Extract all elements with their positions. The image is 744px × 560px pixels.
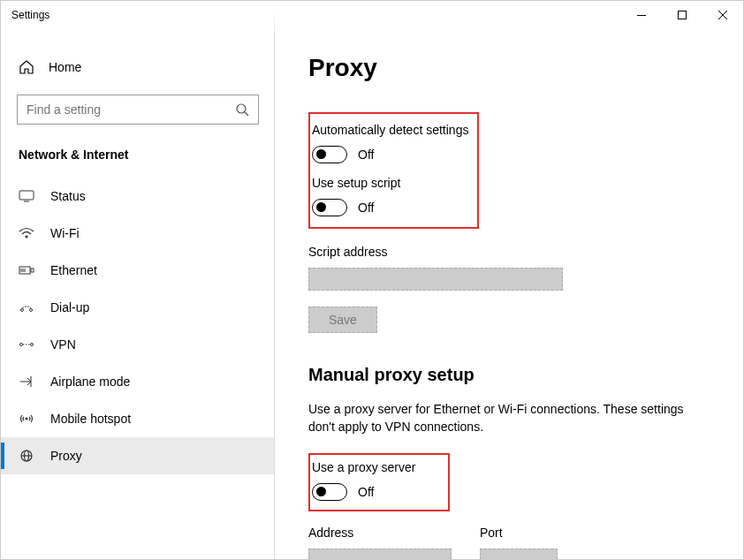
nav-item-ethernet[interactable]: Ethernet	[1, 252, 275, 289]
auto-detect-toggle-row: Off	[312, 146, 468, 163]
auto-detect-toggle[interactable]	[312, 146, 347, 163]
svg-rect-3	[19, 191, 34, 200]
svg-rect-6	[31, 269, 34, 272]
nav-home[interactable]: Home	[1, 50, 275, 84]
port-input	[480, 549, 558, 559]
svg-point-8	[30, 309, 33, 312]
nav-home-label: Home	[49, 60, 81, 74]
search-icon	[235, 102, 249, 117]
wifi-icon	[19, 226, 34, 240]
svg-point-2	[237, 104, 246, 113]
address-port-row: Address Port	[308, 520, 708, 559]
nav-item-proxy[interactable]: Proxy	[1, 437, 275, 474]
nav-label: Wi-Fi	[50, 226, 80, 240]
airplane-icon	[19, 375, 34, 389]
dialup-icon	[19, 300, 34, 314]
titlebar: Settings	[1, 1, 743, 29]
vpn-icon	[19, 337, 34, 352]
search-input[interactable]	[27, 102, 235, 117]
sidebar: Home Network & Internet Status Wi-Fi	[1, 29, 275, 559]
svg-point-9	[20, 344, 23, 346]
use-proxy-state: Off	[358, 485, 374, 499]
category-title: Network & Internet	[1, 142, 275, 178]
hotspot-icon	[19, 412, 34, 426]
page-title: Proxy	[308, 54, 708, 82]
nav-item-dialup[interactable]: Dial-up	[1, 289, 275, 326]
nav-label: Status	[50, 189, 86, 203]
use-proxy-label: Use a proxy server	[312, 460, 439, 474]
nav-label: Ethernet	[50, 263, 97, 277]
save-button: Save	[308, 306, 377, 333]
setup-script-state: Off	[358, 201, 374, 215]
highlight-box-auto: Automatically detect settings Off Use se…	[308, 112, 479, 229]
auto-detect-state: Off	[358, 148, 374, 162]
home-icon	[19, 59, 34, 75]
script-address-label: Script address	[308, 245, 708, 259]
svg-point-11	[26, 418, 27, 420]
port-label: Port	[480, 526, 558, 540]
highlight-box-manual: Use a proxy server Off	[308, 453, 450, 511]
use-proxy-toggle-row: Off	[312, 483, 439, 501]
script-address-input	[308, 268, 563, 291]
setup-script-label: Use setup script	[312, 176, 468, 190]
svg-point-7	[21, 309, 24, 312]
address-label: Address	[308, 526, 452, 540]
svg-point-10	[31, 344, 34, 346]
nav-label: VPN	[50, 337, 76, 352]
minimize-button[interactable]	[621, 1, 662, 29]
content: Proxy Automatically detect settings Off …	[275, 29, 743, 559]
window-controls	[621, 1, 743, 29]
use-proxy-toggle[interactable]	[312, 483, 347, 501]
maximize-button[interactable]	[662, 1, 702, 29]
setup-script-toggle[interactable]	[312, 199, 347, 216]
search-box[interactable]	[17, 95, 259, 125]
svg-rect-1	[679, 11, 687, 19]
proxy-icon	[19, 449, 34, 463]
port-col: Port	[480, 520, 558, 559]
svg-rect-0	[637, 15, 646, 16]
address-input	[308, 549, 452, 559]
svg-point-4	[26, 236, 27, 238]
nav-item-hotspot[interactable]: Mobile hotspot	[1, 400, 275, 437]
manual-section-desc: Use a proxy server for Ethernet or Wi-Fi…	[308, 401, 697, 435]
nav-label: Mobile hotspot	[50, 412, 131, 426]
manual-section-title: Manual proxy setup	[308, 365, 708, 385]
nav-item-wifi[interactable]: Wi-Fi	[1, 215, 275, 252]
auto-detect-label: Automatically detect settings	[312, 123, 468, 137]
address-col: Address	[308, 520, 452, 559]
nav-item-status[interactable]: Status	[1, 178, 275, 215]
nav-label: Proxy	[50, 449, 82, 463]
status-icon	[19, 189, 34, 203]
close-button[interactable]	[702, 1, 743, 29]
nav-item-vpn[interactable]: VPN	[1, 326, 275, 363]
nav-label: Airplane mode	[50, 375, 130, 389]
nav-label: Dial-up	[50, 300, 89, 314]
nav-item-airplane[interactable]: Airplane mode	[1, 363, 275, 400]
ethernet-icon	[19, 263, 34, 277]
window-title: Settings	[11, 9, 621, 21]
setup-script-toggle-row: Off	[312, 199, 468, 216]
